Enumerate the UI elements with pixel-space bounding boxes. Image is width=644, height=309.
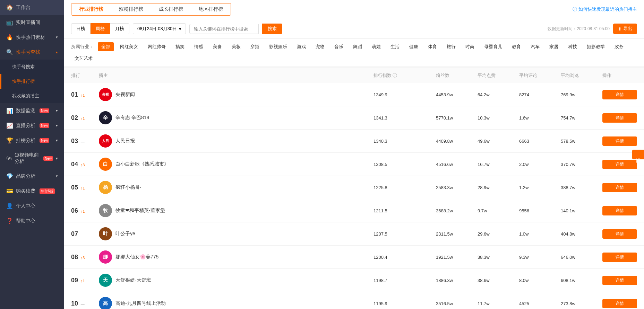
cat-btn-24[interactable]: 摄影教学 xyxy=(583,42,608,51)
period-btn-week[interactable]: 周榜 xyxy=(91,23,110,34)
sidebar-item-live-analysis[interactable]: 📈 直播分析 New ▾ xyxy=(0,118,64,133)
date-range-picker[interactable]: 08月24日-08月30日 ▾ xyxy=(133,23,186,34)
detail-button[interactable]: 详情 xyxy=(602,206,637,215)
cat-btn-26[interactable]: 文艺艺术 xyxy=(71,54,96,63)
sidebar-item-rank-analysis[interactable]: 🏆 挂榜分析 New ▾ xyxy=(0,133,64,148)
detail-button[interactable]: 详情 xyxy=(602,90,637,99)
cat-btn-14[interactable]: 生活 xyxy=(387,42,403,51)
views-val: 754.7w xyxy=(561,115,602,121)
cat-btn-23[interactable]: 科技 xyxy=(565,42,581,51)
discount-badge: 年付6折 xyxy=(40,188,55,194)
col-header-anchor: 播主 xyxy=(99,72,373,79)
cat-btn-16[interactable]: 体育 xyxy=(424,42,440,51)
cat-btn-9[interactable]: 游戏 xyxy=(293,42,309,51)
cat-btn-3[interactable]: 搞笑 xyxy=(172,42,188,51)
sidebar-item-label: 数据监测 xyxy=(16,108,35,114)
cat-btn-22[interactable]: 家居 xyxy=(546,42,562,51)
search-button[interactable]: 搜索 xyxy=(262,24,282,34)
detail-button[interactable]: 详情 xyxy=(602,113,637,123)
avatar: 天 xyxy=(99,274,112,287)
rank-cell: 03 — xyxy=(71,138,99,145)
tab-industry-ranking[interactable]: 行业排行榜 xyxy=(71,3,111,15)
sidebar: 🏠 工作台 📺 实时直播间 🔥 快手热门素材 ▾ 🔍 快手号查找 ▴ 快手号搜索… xyxy=(0,0,64,309)
cat-btn-5[interactable]: 美食 xyxy=(209,42,225,51)
cat-btn-4[interactable]: 情感 xyxy=(191,42,207,51)
tab-region-ranking[interactable]: 地区排行榜 xyxy=(191,3,231,15)
sidebar-item-brand[interactable]: 💎 品牌分析 ▾ xyxy=(0,169,64,184)
avatar: 辛 xyxy=(99,111,112,124)
anchor-name: 娜娜大仙女🌸姜775 xyxy=(115,254,158,260)
chevron-down-icon: ▾ xyxy=(56,138,58,143)
detail-button[interactable]: 详情 xyxy=(602,299,637,308)
cat-btn-1[interactable]: 网红美女 xyxy=(117,42,141,51)
cat-btn-11[interactable]: 音乐 xyxy=(331,42,347,51)
period-btn-day[interactable]: 日榜 xyxy=(71,23,91,34)
cat-btn-8[interactable]: 影视娱乐 xyxy=(266,42,291,51)
likes-val: 10.3w xyxy=(478,115,519,121)
cat-btn-6[interactable]: 美妆 xyxy=(228,42,244,51)
views-val: 646.0w xyxy=(561,255,602,260)
cat-btn-7[interactable]: 穿搭 xyxy=(247,42,263,51)
cat-btn-2[interactable]: 网红帅哥 xyxy=(144,42,169,51)
anchor-name: 央视新闻 xyxy=(115,91,135,98)
comments-val: 1.6w xyxy=(519,115,561,121)
cat-btn-all[interactable]: 全部 xyxy=(98,42,114,51)
sidebar-item-workbench[interactable]: 🏠 工作台 xyxy=(0,0,64,15)
fans-val: 2583.3w xyxy=(436,185,478,190)
info-icon[interactable]: ⓘ xyxy=(393,72,397,79)
detail-button[interactable]: 详情 xyxy=(602,160,637,169)
detail-button[interactable]: 详情 xyxy=(602,136,637,146)
cat-btn-19[interactable]: 母婴育儿 xyxy=(481,42,506,51)
upload-icon: ⬆ xyxy=(618,26,622,32)
ranking-table: 排行 播主 排行指数 ⓘ 粉丝数 平均点赞 平均评论 平均浏览 操作 01 ↑1… xyxy=(64,68,644,309)
diamond-icon: 💎 xyxy=(6,173,13,179)
anchor-info: 白 白小白新歌《熟悉城市》 xyxy=(99,158,373,171)
detail-button[interactable]: 详情 xyxy=(602,229,637,239)
comments-val: 4525 xyxy=(519,301,561,306)
sidebar-item-ecommerce[interactable]: 🛍 短视频电商分析 New ▾ xyxy=(0,148,64,169)
comments-val: 1.0w xyxy=(519,231,561,237)
views-val: 388.7w xyxy=(561,185,602,190)
anchor-info: 杨 疯狂小杨哥· xyxy=(99,181,373,194)
sidebar-item-favorites[interactable]: 我收藏的播主 xyxy=(0,89,64,103)
cat-btn-15[interactable]: 健康 xyxy=(406,42,422,51)
sidebar-item-data-monitor[interactable]: 📊 数据监测 New ▾ xyxy=(0,103,64,118)
cat-btn-18[interactable]: 时尚 xyxy=(462,42,478,51)
table-row: 05 ↑1 杨 疯狂小杨哥· 1225.8 2583.3w 28.9w 1.2w… xyxy=(64,176,644,199)
update-time: 数据更新时间：2020-08-31 05:00 xyxy=(548,26,610,32)
sidebar-item-hot-material[interactable]: 🔥 快手热门素材 ▾ xyxy=(0,30,64,45)
search-input[interactable] xyxy=(189,24,259,34)
sidebar-item-account-search[interactable]: 🔍 快手号查找 ▴ xyxy=(0,45,64,60)
sidebar-item-help[interactable]: ❓ 帮助中心 xyxy=(0,213,64,228)
cat-btn-10[interactable]: 宠物 xyxy=(312,42,328,51)
anchor-info: 叶 叶公子ye xyxy=(99,227,373,240)
export-button[interactable]: ⬆ 导出 xyxy=(613,24,637,34)
cat-btn-25[interactable]: 政务 xyxy=(611,42,627,51)
likes-val: 64.2w xyxy=(478,92,519,97)
cat-btn-21[interactable]: 汽车 xyxy=(527,42,543,51)
sidebar-item-profile[interactable]: 👤 个人中心 xyxy=(0,198,64,213)
export-label: 导出 xyxy=(623,26,632,32)
detail-button[interactable]: 详情 xyxy=(602,183,637,192)
sidebar-item-ranking[interactable]: 快手排行榜 xyxy=(0,74,64,89)
anchor-info: 人日 人民日报 xyxy=(99,134,373,148)
tab-fans-ranking[interactable]: 涨粉排行榜 xyxy=(111,3,151,15)
help-link[interactable]: ⓘ 如何快速发现最近的热门播主 xyxy=(573,6,637,12)
likes-val: 38.6w xyxy=(478,278,519,283)
period-btn-month[interactable]: 月榜 xyxy=(110,23,129,34)
sidebar-item-account-search-sub[interactable]: 快手号搜索 xyxy=(0,60,64,74)
cat-btn-13[interactable]: 萌娃 xyxy=(368,42,384,51)
compare-button[interactable]: 对比 xyxy=(632,150,644,159)
cat-btn-12[interactable]: 舞蹈 xyxy=(350,42,366,51)
avatar: 央视 xyxy=(99,88,112,101)
cat-btn-20[interactable]: 教育 xyxy=(508,42,524,51)
sidebar-item-purchase[interactable]: 💳 购买续费 年付6折 xyxy=(0,184,64,198)
sidebar-item-live[interactable]: 📺 实时直播间 xyxy=(0,15,64,30)
col-header-index: 排行指数 ⓘ xyxy=(373,72,436,79)
cat-btn-17[interactable]: 旅行 xyxy=(443,42,459,51)
sidebar-sub-label: 快手排行榜 xyxy=(12,78,35,85)
index-val: 1200.4 xyxy=(373,255,436,260)
detail-button[interactable]: 详情 xyxy=(602,276,637,285)
detail-button[interactable]: 详情 xyxy=(602,253,637,262)
tab-growth-ranking[interactable]: 成长排行榜 xyxy=(151,3,191,15)
